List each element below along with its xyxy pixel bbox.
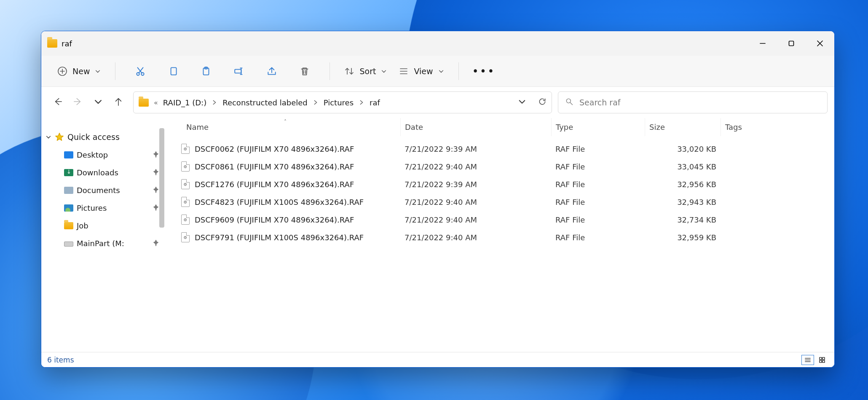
file-row[interactable]: ⚙DSCF9609 (FUJIFILM X70 4896x3264).RAF7/… (164, 211, 834, 228)
delete-button[interactable] (294, 61, 315, 82)
breadcrumb-segment[interactable]: RAID_1 (D:) (161, 97, 209, 109)
file-list-pane: Name ˄ Date Type Size Tags ⚙DSCF0062 (FU… (164, 118, 834, 352)
breadcrumb: RAID_1 (D:) Reconstructed labeled Pictur… (161, 97, 510, 109)
search-input[interactable] (579, 98, 820, 107)
svg-rect-11 (822, 357, 825, 360)
addressbar-dropdown-button[interactable] (518, 97, 526, 107)
copy-button[interactable] (163, 61, 184, 82)
thumbnails-view-button[interactable] (816, 355, 828, 365)
search-box[interactable] (558, 91, 828, 113)
file-date: 7/21/2022 9:39 AM (400, 145, 551, 153)
tree-item-quick-access[interactable]: Quick access (41, 128, 164, 146)
tree-item-label: MainPart (M: (77, 239, 124, 248)
file-size: 32,734 KB (645, 215, 721, 224)
column-header-date[interactable]: Date (400, 118, 551, 136)
svg-rect-0 (789, 41, 794, 46)
more-options-button[interactable]: ••• (469, 65, 499, 78)
tree-item-desktop[interactable]: Desktop (41, 146, 164, 164)
svg-rect-10 (820, 357, 822, 360)
share-button[interactable] (261, 61, 282, 82)
tree-item-label: Desktop (77, 150, 108, 159)
sort-button-label: Sort (359, 67, 376, 76)
breadcrumb-segment[interactable]: Reconstructed labeled (220, 97, 310, 109)
new-button-label: New (72, 67, 90, 76)
details-view-button[interactable] (801, 355, 814, 365)
file-row[interactable]: ⚙DSCF9791 (FUJIFILM X100S 4896x3264).RAF… (164, 228, 834, 246)
file-type: RAF File (551, 180, 645, 189)
address-bar[interactable]: « RAID_1 (D:) Reconstructed labeled Pict… (133, 91, 552, 113)
cut-button[interactable] (130, 61, 151, 82)
file-name: DSCF0062 (FUJIFILM X70 4896x3264).RAF (195, 145, 354, 153)
tree-item-documents[interactable]: Documents (41, 181, 164, 199)
pin-icon (153, 150, 159, 159)
maximize-button[interactable] (777, 31, 806, 56)
chevron-right-icon[interactable] (313, 99, 319, 105)
chevron-right-icon[interactable] (359, 99, 364, 105)
address-row: « RAID_1 (D:) Reconstructed labeled Pict… (41, 87, 834, 118)
tree-item-label: Documents (77, 186, 120, 195)
status-text: 6 items (47, 356, 74, 364)
file-row[interactable]: ⚙DSCF0062 (FUJIFILM X70 4896x3264).RAF7/… (164, 140, 834, 158)
recent-locations-button[interactable] (94, 97, 103, 108)
tree-item-job[interactable]: Job (41, 217, 164, 234)
file-icon: ⚙ (181, 215, 190, 225)
chevron-down-icon[interactable] (46, 132, 51, 142)
svg-rect-8 (235, 69, 241, 73)
file-row[interactable]: ⚙DSCF0861 (FUJIFILM X70 4896x3264).RAF7/… (164, 158, 834, 175)
file-date: 7/21/2022 9:40 AM (400, 215, 551, 224)
file-size: 32,956 KB (645, 180, 721, 189)
pin-icon (153, 168, 159, 177)
file-size: 32,959 KB (645, 233, 721, 242)
file-row[interactable]: ⚙DSCF4823 (FUJIFILM X100S 4896x3264).RAF… (164, 193, 834, 211)
file-name: DSCF9791 (FUJIFILM X100S 4896x3264).RAF (195, 233, 364, 242)
file-rows[interactable]: ⚙DSCF0062 (FUJIFILM X70 4896x3264).RAF7/… (164, 137, 834, 352)
refresh-button[interactable] (538, 97, 547, 107)
minimize-button[interactable] (748, 31, 777, 56)
column-header-name[interactable]: Name ˄ (174, 118, 400, 136)
folder-icon (139, 99, 149, 107)
content-body: Quick access Desktop Downloads Documents… (41, 118, 834, 352)
file-row[interactable]: ⚙DSCF1276 (FUJIFILM X70 4896x3264).RAF7/… (164, 175, 834, 193)
tree-item-label: Quick access (67, 132, 120, 142)
file-type: RAF File (551, 145, 645, 153)
file-date: 7/21/2022 9:40 AM (400, 162, 551, 171)
rename-button[interactable] (228, 61, 249, 82)
view-button[interactable]: View (394, 62, 448, 81)
tree-item-mainpart[interactable]: MainPart (M: (41, 234, 164, 252)
column-headers: Name ˄ Date Type Size Tags (164, 118, 834, 137)
file-type: RAF File (551, 162, 645, 171)
file-icon: ⚙ (181, 232, 190, 242)
file-type: RAF File (551, 198, 645, 207)
window-icon (47, 39, 57, 48)
star-icon (55, 132, 64, 142)
file-name: DSCF0861 (FUJIFILM X70 4896x3264).RAF (195, 162, 354, 171)
back-button[interactable] (53, 97, 62, 108)
chevron-right-icon[interactable] (212, 99, 217, 105)
forward-button[interactable] (73, 97, 83, 108)
file-size: 32,943 KB (645, 198, 721, 207)
column-header-size[interactable]: Size (645, 118, 721, 136)
svg-point-9 (566, 99, 571, 103)
file-type: RAF File (551, 233, 645, 242)
breadcrumb-segment[interactable]: raf (367, 97, 383, 109)
pin-icon (153, 204, 159, 212)
file-size: 33,045 KB (645, 162, 721, 171)
tree-item-pictures[interactable]: Pictures (41, 199, 164, 217)
file-icon: ⚙ (181, 179, 190, 189)
breadcrumb-overflow[interactable]: « (154, 99, 158, 107)
close-button[interactable] (806, 31, 834, 56)
sort-button[interactable]: Sort (340, 62, 391, 81)
titlebar[interactable]: raf (41, 31, 834, 56)
breadcrumb-segment[interactable]: Pictures (321, 97, 356, 109)
file-type: RAF File (551, 215, 645, 224)
column-header-type[interactable]: Type (551, 118, 645, 136)
column-header-tags[interactable]: Tags (721, 118, 834, 136)
new-button[interactable]: New (53, 62, 105, 81)
file-icon: ⚙ (181, 197, 190, 207)
paste-button[interactable] (196, 61, 217, 82)
navigation-pane[interactable]: Quick access Desktop Downloads Documents… (41, 118, 164, 352)
tree-item-downloads[interactable]: Downloads (41, 164, 164, 181)
file-name: DSCF9609 (FUJIFILM X70 4896x3264).RAF (195, 215, 354, 224)
file-date: 7/21/2022 9:40 AM (400, 198, 551, 207)
up-button[interactable] (114, 97, 123, 108)
